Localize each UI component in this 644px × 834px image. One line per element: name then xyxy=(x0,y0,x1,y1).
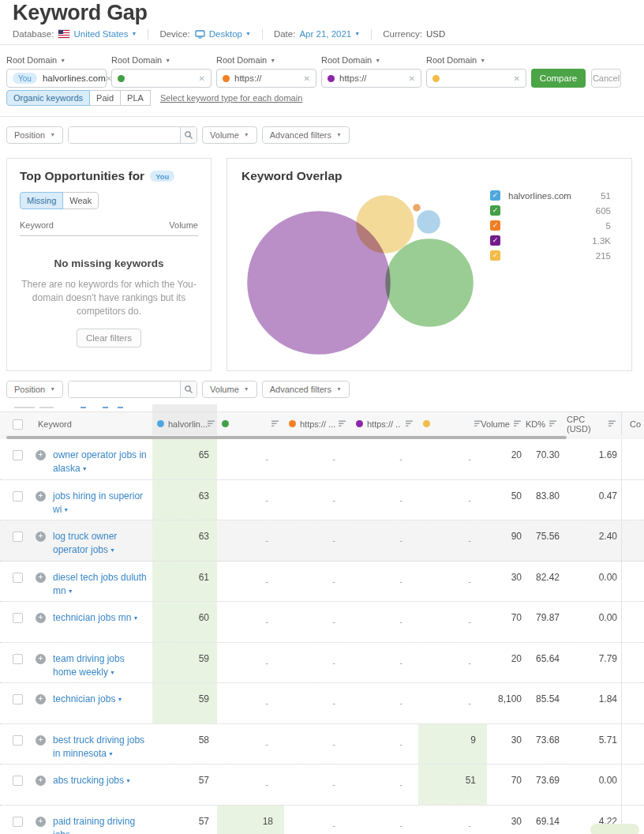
top-opportunities-panel: Top Opportunities for You MissingWeak Ke… xyxy=(6,158,212,371)
tab-organic-keywords[interactable]: Organic keywords xyxy=(6,90,90,106)
sort-icon[interactable] xyxy=(208,420,215,427)
keyword-link[interactable]: paid training driving jobs▼ xyxy=(53,815,151,834)
keyword-link[interactable]: jobs hiring in superior wi▼ xyxy=(53,490,151,520)
table-header: Keywordhalvorlin...https:// ...https:// … xyxy=(0,411,644,435)
volume-filter-button[interactable]: Volume▼ xyxy=(202,126,257,144)
position-filter-button[interactable]: Position▼ xyxy=(6,126,63,144)
cancel-button[interactable]: Cancel xyxy=(591,69,621,88)
domain-input-4[interactable]: https://✕ xyxy=(321,69,421,88)
volume-cell: 30 xyxy=(487,724,526,764)
keyword-link[interactable]: technician jobs▼ xyxy=(53,693,151,723)
position-cell-orange: - xyxy=(284,764,351,805)
clear-filters-button[interactable]: Clear filters xyxy=(77,329,141,348)
sort-icon[interactable] xyxy=(549,420,557,427)
tab-pla[interactable]: PLA xyxy=(120,90,151,106)
root-domain-dropdown[interactable]: Root Domain▼ xyxy=(321,55,421,65)
keyword-link[interactable]: best truck driving jobs in minnesota▼ xyxy=(53,734,151,764)
advanced-filters-button[interactable]: Advanced filters▼ xyxy=(262,126,350,144)
empty-state: No missing keywords There are no keyword… xyxy=(18,257,200,348)
keyword-link[interactable]: technician jobs mn▼ xyxy=(53,611,151,642)
add-keyword-icon[interactable]: + xyxy=(36,613,46,623)
position-cell-you: 59 xyxy=(152,683,217,723)
sort-icon[interactable] xyxy=(271,420,279,427)
add-keyword-icon[interactable]: + xyxy=(36,654,46,664)
root-domain-dropdown[interactable]: Root Domain▼ xyxy=(216,55,316,65)
keyword-link[interactable]: log truck owner operator jobs▼ xyxy=(53,530,151,561)
position-cell-you: 57 xyxy=(152,764,217,805)
position-cell-green: - xyxy=(217,439,284,479)
add-keyword-icon[interactable]: + xyxy=(36,694,46,704)
close-icon[interactable]: ✕ xyxy=(199,74,205,83)
legend-checkbox[interactable]: ✓ xyxy=(490,250,500,261)
database-select[interactable]: United States▼ xyxy=(73,29,137,39)
position-filter-button[interactable]: Position▼ xyxy=(6,381,63,398)
legend-checkbox[interactable]: ✓ xyxy=(490,220,500,231)
tab-paid[interactable]: Paid xyxy=(89,90,121,106)
keyword-link[interactable]: team driving jobs home weekly▼ xyxy=(53,652,151,683)
search-icon[interactable] xyxy=(180,127,197,143)
advanced-filters-button[interactable]: Advanced filters▼ xyxy=(262,381,350,398)
add-keyword-icon[interactable]: + xyxy=(36,817,46,827)
add-keyword-icon[interactable]: + xyxy=(36,776,46,786)
domain-input-5[interactable]: ✕ xyxy=(426,69,526,88)
close-icon[interactable]: ✕ xyxy=(514,74,520,83)
row-checkbox[interactable] xyxy=(13,450,23,460)
position-cell-yellow: 51 xyxy=(418,764,487,805)
add-keyword-icon[interactable]: + xyxy=(36,735,46,746)
keyword-link[interactable]: abs trucking jobs▼ xyxy=(53,774,151,805)
device-select[interactable]: Desktop▼ xyxy=(209,29,251,39)
chevron-down-icon: ▼ xyxy=(354,31,360,36)
sort-icon[interactable] xyxy=(514,420,522,427)
row-checkbox[interactable] xyxy=(13,776,23,786)
domain-color-dot xyxy=(432,75,440,82)
domain-input-3[interactable]: https://✕ xyxy=(216,69,316,88)
keyword-search-input[interactable] xyxy=(69,381,180,397)
row-select-cell xyxy=(0,520,36,561)
sort-icon[interactable] xyxy=(406,420,414,427)
root-domain-dropdown[interactable]: Root Domain▼ xyxy=(426,55,526,65)
row-checkbox[interactable] xyxy=(13,817,23,827)
chevron-down-icon: ▼ xyxy=(50,386,55,392)
keyword-link[interactable]: diesel tech jobs duluth mn▼ xyxy=(53,571,151,602)
keyword-link[interactable]: owner operator jobs in alaska▼ xyxy=(53,449,151,479)
row-checkbox[interactable] xyxy=(13,532,23,542)
tab-missing[interactable]: Missing xyxy=(20,192,63,209)
date-select[interactable]: Apr 21, 2021▼ xyxy=(299,29,360,39)
select-all-checkbox[interactable] xyxy=(13,419,23,430)
add-keyword-icon[interactable]: + xyxy=(36,450,46,460)
close-icon[interactable]: ✕ xyxy=(304,74,310,83)
legend-value: 51 xyxy=(601,191,611,201)
sort-icon[interactable] xyxy=(339,420,346,427)
add-keyword-icon[interactable]: + xyxy=(36,573,46,583)
close-icon[interactable]: ✕ xyxy=(409,74,415,83)
scrollbar-thumb[interactable] xyxy=(6,436,567,439)
you-badge: You xyxy=(150,171,174,182)
add-keyword-icon[interactable]: + xyxy=(36,532,46,542)
select-keyword-type-link[interactable]: Select keyword type for each domain xyxy=(160,93,302,103)
domain-input-2[interactable]: ✕ xyxy=(111,69,212,88)
row-checkbox[interactable] xyxy=(13,573,23,583)
volume-filter-button[interactable]: Volume▼ xyxy=(202,381,257,398)
row-checkbox[interactable] xyxy=(13,694,23,704)
row-checkbox[interactable] xyxy=(13,613,23,623)
position-cell-green: - xyxy=(217,602,284,642)
row-checkbox[interactable] xyxy=(13,735,23,746)
root-domain-dropdown[interactable]: Root Domain▼ xyxy=(111,55,212,65)
legend-checkbox[interactable]: ✓ xyxy=(490,190,500,201)
keyword-search-input[interactable] xyxy=(69,127,180,143)
legend-checkbox[interactable]: ✓ xyxy=(490,235,500,246)
table-row: +abs trucking jobs▼57---517073.690.00 xyxy=(0,764,644,806)
row-checkbox[interactable] xyxy=(13,491,23,502)
row-checkbox[interactable] xyxy=(13,654,23,664)
search-icon[interactable] xyxy=(180,381,197,397)
kd-cell: 70.30 xyxy=(526,439,562,479)
domain-input-1[interactable]: Youhalvorlines.com✕ xyxy=(6,69,107,88)
tab-weak[interactable]: Weak xyxy=(62,192,99,209)
legend-checkbox[interactable]: ✓ xyxy=(490,205,500,216)
compare-button[interactable]: Compare xyxy=(531,69,586,88)
add-keyword-icon[interactable]: + xyxy=(36,491,46,502)
table-row: +paid training driving jobs▼5718---3069.… xyxy=(0,806,644,834)
clipped-content xyxy=(80,407,86,408)
sort-icon[interactable] xyxy=(608,420,616,427)
root-domain-dropdown[interactable]: Root Domain▼ xyxy=(6,55,107,65)
